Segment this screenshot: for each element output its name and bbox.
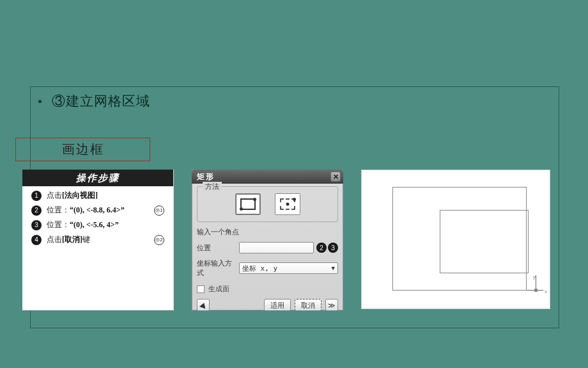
coord-mode-label: 坐标输入方式	[197, 259, 235, 278]
subtitle-draw-border: 画边框	[15, 138, 150, 161]
step-4: 4 点击[取消]键 ◎2	[22, 230, 173, 245]
position-input[interactable]	[239, 242, 314, 253]
steps-header: 操作步骤	[22, 170, 173, 186]
bullet-text: ③建立网格区域	[52, 92, 150, 110]
coord-mode-row: 坐标输入方式 坐标 x, y ▼	[197, 259, 338, 278]
step-2: 2 位置：“(0), <-8.8, 6.4>” ◎1	[22, 201, 173, 216]
step-text: 点击[取消]键	[47, 234, 90, 245]
method-fieldset: 方法	[197, 186, 338, 222]
axis-x-label: x	[545, 289, 547, 294]
position-row: 位置 2 3	[197, 242, 338, 253]
step-text: 位置：“(0), <-8.8, 6.4>”	[47, 205, 125, 216]
step-1: 1 点击[法向视图]	[22, 186, 173, 201]
step-3: 3 位置：“(0), <-5.6, 4>”	[22, 216, 173, 230]
panels-row: 操作步骤 1 点击[法向视图] 2 位置：“(0), <-8.8, 6.4>” …	[22, 170, 550, 310]
next-button[interactable]: ≫	[325, 299, 338, 310]
generate-face-row: 生成面	[197, 284, 338, 294]
chevron-down-icon: ▼	[332, 265, 335, 271]
apply-button[interactable]: 适用	[264, 299, 291, 310]
coord-mode-value: 坐标 x, y	[242, 264, 277, 273]
bullet-dot-icon	[38, 100, 42, 103]
rect-center-method-button[interactable]	[275, 193, 300, 215]
step-number-icon: 1	[31, 191, 42, 201]
cad-viewport: x y	[361, 170, 550, 309]
step-text: 位置：“(0), <-5.6, 4>”	[47, 220, 119, 230]
step-ref-2-icon: 2	[316, 243, 327, 253]
corner-hint-label: 输入一个角点	[197, 227, 239, 237]
dialog-body: 方法 输入一个角点 位置 2 3	[192, 184, 343, 310]
step-number-icon: 2	[31, 205, 42, 216]
corner-hint-row: 输入一个角点	[197, 227, 338, 237]
sketch-tool-button[interactable]	[197, 299, 210, 310]
method-icons	[204, 192, 331, 215]
coord-mode-select[interactable]: 坐标 x, y ▼	[239, 262, 338, 274]
dialog-buttons: 适用 取消 ≫	[197, 299, 338, 310]
position-label: 位置	[197, 243, 235, 253]
step-number-icon: 4	[31, 235, 42, 245]
ref-2-icon: ◎2	[154, 235, 164, 245]
axis-origin-icon: x y	[527, 279, 545, 297]
axis-y-label: y	[533, 274, 536, 280]
step-number-icon: 3	[31, 220, 42, 230]
ref-1-icon: ◎1	[154, 205, 164, 216]
rect-two-corner-icon	[240, 198, 256, 210]
rect-corner-method-button[interactable]	[235, 193, 261, 215]
inner-rectangle	[440, 210, 529, 273]
generate-face-checkbox[interactable]	[197, 285, 205, 293]
step-text: 点击[法向视图]	[47, 190, 98, 201]
rectangle-dialog: 矩形 ✕ 方法 输入一个角点 位置	[192, 170, 343, 310]
method-legend: 方法	[203, 182, 222, 191]
cancel-button[interactable]: 取消	[295, 299, 321, 310]
steps-panel: 操作步骤 1 点击[法向视图] 2 位置：“(0), <-8.8, 6.4>” …	[22, 170, 174, 310]
bullet-row: ③建立网格区域	[38, 92, 150, 110]
rect-center-corner-icon	[280, 198, 295, 210]
generate-face-label: 生成面	[208, 284, 229, 294]
step-ref-3-icon: 3	[328, 243, 338, 253]
pencil-icon	[199, 302, 207, 309]
close-button[interactable]: ✕	[330, 172, 341, 182]
